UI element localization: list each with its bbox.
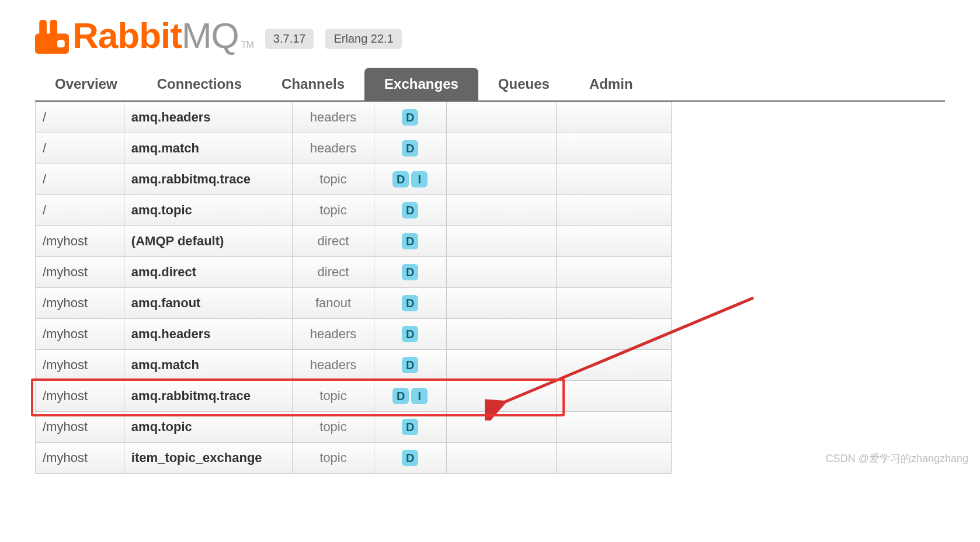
cell-type: headers	[293, 350, 374, 381]
flag-badge: D	[402, 326, 418, 342]
exchanges-table: /amq.headersheadersD/amq.matchheadersD/a…	[35, 102, 672, 474]
svg-rect-2	[50, 20, 57, 38]
cell-exchange-name[interactable]: amq.rabbitmq.trace	[124, 164, 293, 195]
cell-vhost: /myhost	[36, 226, 124, 257]
flag-badge: D	[392, 171, 409, 187]
cell-flags: D	[374, 226, 446, 257]
cell-type: headers	[293, 319, 374, 350]
cell-rate-in	[446, 412, 556, 443]
cell-vhost: /	[36, 133, 124, 164]
flag-badge: D	[392, 388, 409, 404]
cell-type: topic	[293, 443, 374, 474]
table-row: /amq.topictopicD	[36, 195, 672, 226]
cell-type: topic	[293, 412, 374, 443]
cell-exchange-name[interactable]: amq.topic	[124, 195, 293, 226]
cell-rate-in	[446, 319, 556, 350]
cell-vhost: /myhost	[36, 350, 124, 381]
tab-admin[interactable]: Admin	[569, 68, 653, 100]
cell-flags: D	[374, 319, 446, 350]
cell-flags: DI	[374, 164, 446, 195]
cell-vhost: /	[36, 195, 124, 226]
cell-rate-out	[557, 288, 672, 319]
cell-rate-out	[557, 133, 672, 164]
nav-tabs: OverviewConnectionsChannelsExchangesQueu…	[35, 68, 945, 102]
cell-rate-in	[446, 257, 556, 288]
watermark: CSDN @爱学习的zhangzhang	[826, 451, 968, 465]
cell-exchange-name[interactable]: (AMQP default)	[124, 226, 293, 257]
table-row: /amq.rabbitmq.tracetopicDI	[36, 164, 672, 195]
flag-badge: D	[402, 450, 418, 466]
logo-text-secondary: MQ	[182, 15, 239, 55]
cell-exchange-name[interactable]: amq.headers	[124, 102, 293, 133]
logo-trademark: TM	[241, 40, 253, 50]
table-row: /myhostamq.directdirectD	[36, 257, 672, 288]
cell-flags: D	[374, 443, 446, 474]
cell-flags: D	[374, 102, 446, 133]
tab-exchanges[interactable]: Exchanges	[364, 68, 478, 100]
svg-rect-1	[39, 20, 47, 38]
flag-badge: D	[402, 419, 418, 435]
tab-overview[interactable]: Overview	[35, 68, 137, 100]
cell-rate-in	[446, 226, 556, 257]
cell-vhost: /myhost	[36, 381, 124, 412]
cell-exchange-name[interactable]: amq.rabbitmq.trace	[124, 381, 293, 412]
table-row: /amq.matchheadersD	[36, 133, 672, 164]
table-row: /amq.headersheadersD	[36, 102, 672, 133]
tab-channels[interactable]: Channels	[262, 68, 364, 100]
cell-rate-out	[557, 412, 672, 443]
cell-exchange-name[interactable]: amq.fanout	[124, 288, 293, 319]
flag-badge: I	[411, 388, 428, 404]
cell-type: topic	[293, 164, 374, 195]
cell-exchange-name[interactable]: amq.match	[124, 350, 293, 381]
cell-flags: D	[374, 257, 446, 288]
table-row: /myhostamq.topictopicD	[36, 412, 672, 443]
cell-type: topic	[293, 381, 374, 412]
tab-queues[interactable]: Queues	[478, 68, 569, 100]
cell-type: headers	[293, 102, 374, 133]
tab-connections[interactable]: Connections	[137, 68, 262, 100]
cell-flags: D	[374, 350, 446, 381]
cell-rate-in	[446, 195, 556, 226]
cell-type: topic	[293, 195, 374, 226]
cell-rate-out	[557, 350, 672, 381]
cell-type: direct	[293, 226, 374, 257]
table-row: /myhost(AMQP default)directD	[36, 226, 672, 257]
table-row: /myhostamq.matchheadersD	[36, 350, 672, 381]
cell-exchange-name[interactable]: item_topic_exchange	[124, 443, 293, 474]
version-badge: 3.7.17	[265, 29, 314, 49]
flag-badge: D	[402, 233, 418, 249]
cell-type: fanout	[293, 288, 374, 319]
flag-badge: I	[411, 171, 428, 187]
cell-flags: D	[374, 195, 446, 226]
table-row: /myhostamq.rabbitmq.tracetopicDI	[36, 381, 672, 412]
cell-type: direct	[293, 257, 374, 288]
flag-badge: D	[402, 140, 418, 157]
flag-badge: D	[402, 109, 418, 126]
cell-rate-out	[557, 102, 672, 133]
rabbit-icon	[35, 20, 69, 54]
flag-badge: D	[402, 202, 418, 218]
cell-vhost: /myhost	[36, 288, 124, 319]
cell-exchange-name[interactable]: amq.direct	[124, 257, 293, 288]
rabbitmq-logo: RabbitMQTM	[35, 18, 253, 54]
cell-rate-out	[557, 226, 672, 257]
cell-rate-in	[446, 102, 556, 133]
logo-text-primary: Rabbit	[72, 15, 182, 55]
cell-flags: DI	[374, 381, 446, 412]
header: RabbitMQTM 3.7.17 Erlang 22.1	[35, 18, 945, 54]
flag-badge: D	[402, 295, 418, 311]
cell-rate-out	[557, 443, 672, 474]
table-row: /myhostamq.headersheadersD	[36, 319, 672, 350]
cell-flags: D	[374, 133, 446, 164]
cell-exchange-name[interactable]: amq.match	[124, 133, 293, 164]
cell-rate-in	[446, 288, 556, 319]
cell-rate-out	[557, 381, 672, 412]
cell-vhost: /myhost	[36, 257, 124, 288]
cell-flags: D	[374, 288, 446, 319]
logo-text: RabbitMQTM	[72, 18, 253, 54]
flag-badge: D	[402, 357, 418, 373]
cell-exchange-name[interactable]: amq.topic	[124, 412, 293, 443]
table-row: /myhostitem_topic_exchangetopicD	[36, 443, 672, 474]
cell-vhost: /	[36, 164, 124, 195]
cell-exchange-name[interactable]: amq.headers	[124, 319, 293, 350]
